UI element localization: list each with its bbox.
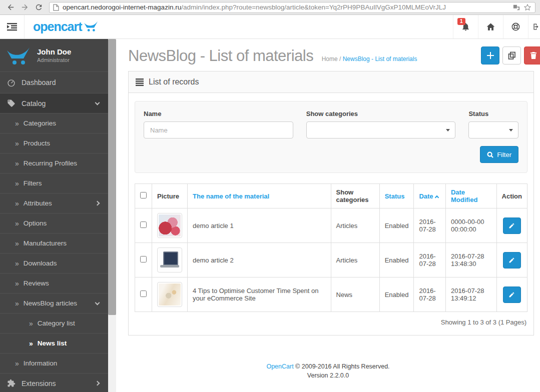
filter-status-label: Status <box>468 110 518 118</box>
sidebar-item-extensions[interactable]: Extensions <box>0 373 108 392</box>
filter-panel: Name Show categories Status <box>135 101 527 173</box>
panel-heading: List of records <box>129 72 533 93</box>
edit-button[interactable] <box>503 252 521 268</box>
sidebar-item-products[interactable]: » Products <box>0 133 108 153</box>
sidebar-item-reviews[interactable]: » Reviews <box>0 273 108 293</box>
filter-categories-group: Show categories <box>306 110 456 163</box>
sidebar-item-newsblog-articles[interactable]: » NewsBlog articles <box>0 293 108 313</box>
row-checkbox[interactable] <box>140 222 147 228</box>
translate-icon[interactable] <box>513 4 520 11</box>
sidebar-item-information[interactable]: » Information <box>0 353 108 373</box>
storefront-home-button[interactable] <box>478 15 503 38</box>
sidebar-item-label: Attributes <box>24 200 52 207</box>
page-title: NewsBlog - List of materials <box>128 47 313 64</box>
browser-reload-button[interactable] <box>33 2 45 14</box>
dropdown-caret-icon <box>509 129 513 132</box>
material-categories: Articles <box>331 243 379 278</box>
double-angle-icon: » <box>15 360 19 368</box>
copy-icon <box>508 52 516 60</box>
breadcrumb-current[interactable]: NewsBlog - List of materials <box>343 56 417 62</box>
sidebar-item-manufacturers[interactable]: » Manufacturers <box>0 233 108 253</box>
article-thumbnail <box>157 282 182 307</box>
panel-title: List of records <box>149 78 199 86</box>
admin-header: opencart 1 <box>0 15 540 39</box>
list-panel: List of records Name Show categories Sta… <box>128 71 534 336</box>
edit-button[interactable] <box>503 286 521 303</box>
material-date-modified: 2016-07-28 13:48:30 <box>445 243 496 278</box>
address-bar[interactable]: opencart.nedorogoi-internet-magazin.ru/a… <box>49 2 535 13</box>
sidebar-item-options[interactable]: » Options <box>0 213 108 233</box>
page-icon <box>53 4 59 11</box>
double-angle-icon: » <box>15 160 19 168</box>
material-date-modified: 2016-07-28 13:49:12 <box>445 278 496 312</box>
tag-icon <box>7 99 16 108</box>
table-row: 4 Tips to Optimise Customer Time Spent o… <box>135 278 527 312</box>
sidebar-item-attributes[interactable]: » Attributes <box>0 193 108 213</box>
copy-button[interactable] <box>502 46 521 64</box>
breadcrumb-home[interactable]: Home <box>322 56 338 62</box>
chevron-right-icon <box>95 381 100 386</box>
support-button[interactable] <box>503 15 528 38</box>
chevron-right-icon <box>95 201 100 206</box>
material-categories: News <box>331 278 379 312</box>
add-new-button[interactable] <box>481 46 499 64</box>
column-header-categories: Show categories <box>331 184 379 208</box>
row-checkbox[interactable] <box>140 290 147 297</box>
column-header-date-modified[interactable]: Date Modified <box>451 188 477 204</box>
column-header-name[interactable]: The name of the material <box>193 192 269 200</box>
sidebar-item-label: Downloads <box>24 260 57 267</box>
filter-categories-select[interactable] <box>306 122 456 138</box>
material-name: 4 Tips to Optimise Customer Time Spent o… <box>188 278 331 312</box>
double-angle-icon: » <box>15 220 19 228</box>
content-area: NewsBlog - List of materials Home / News… <box>116 39 540 392</box>
sidebar-item-filters[interactable]: » Filters <box>0 173 108 193</box>
life-ring-icon <box>511 22 520 32</box>
filter-button[interactable]: Filter <box>480 146 518 163</box>
sidebar-item-label: Category list <box>38 320 75 327</box>
column-header-status[interactable]: Status <box>385 192 405 200</box>
footer-copyright: © 2009-2016 All Rights Reserved. <box>295 363 389 370</box>
material-status: Enabled <box>379 278 414 312</box>
row-checkbox[interactable] <box>140 256 147 262</box>
edit-button[interactable] <box>503 218 521 234</box>
footer-opencart-link[interactable]: OpenCart <box>266 363 293 370</box>
notifications-button[interactable]: 1 <box>453 15 478 38</box>
user-name: John Doe <box>37 48 71 57</box>
sidebar-item-news-list[interactable]: » News list <box>0 333 108 353</box>
pencil-icon <box>508 222 515 229</box>
bookmark-star-icon[interactable] <box>523 4 531 12</box>
sidebar-item-catalog[interactable]: Catalog <box>0 93 108 113</box>
double-angle-icon: » <box>15 280 19 288</box>
sidebar-item-downloads[interactable]: » Downloads <box>0 253 108 273</box>
table-row: demo article 1 Articles Enabled 2016-07-… <box>135 208 527 243</box>
panel-body: Name Show categories Status <box>129 93 533 335</box>
delete-button[interactable] <box>524 46 540 64</box>
sidebar-item-dashboard[interactable]: Dashboard <box>0 72 108 93</box>
browser-back-button[interactable] <box>5 2 17 14</box>
sidebar-item-recurring-profiles[interactable]: » Recurring Profiles <box>0 153 108 173</box>
sidebar-scrollbar[interactable] <box>108 39 116 392</box>
material-categories: Articles <box>331 208 379 243</box>
filter-name-label: Name <box>144 110 293 118</box>
sidebar-item-label: NewsBlog articles <box>24 300 77 307</box>
material-date: 2016-07-28 <box>414 208 446 243</box>
sidebar-toggle-button[interactable] <box>0 15 25 38</box>
select-all-checkbox[interactable] <box>140 192 147 198</box>
table-header-row: Picture The name of the material Show ca… <box>135 184 527 208</box>
browser-forward-button[interactable] <box>19 2 31 14</box>
article-thumbnail <box>157 248 182 272</box>
materials-table: Picture The name of the material Show ca… <box>135 184 527 312</box>
scrollbar-thumb[interactable] <box>108 39 116 315</box>
column-header-action: Action <box>496 184 527 208</box>
column-header-date[interactable]: Date <box>419 192 438 200</box>
sidebar-item-categories[interactable]: » Categories <box>0 113 108 133</box>
sidebar-item-category-list[interactable]: » Category list <box>0 313 108 333</box>
sidebar-item-label: Information <box>24 360 58 367</box>
plus-icon <box>486 52 494 60</box>
logout-button[interactable] <box>528 15 540 38</box>
opencart-logo[interactable]: opencart <box>33 15 99 38</box>
filter-status-select[interactable] <box>468 122 518 138</box>
table-row: demo article 2 Articles Enabled 2016-07-… <box>135 243 527 278</box>
filter-name-input[interactable] <box>144 122 293 138</box>
user-profile[interactable]: John Doe Administrator <box>0 39 108 72</box>
